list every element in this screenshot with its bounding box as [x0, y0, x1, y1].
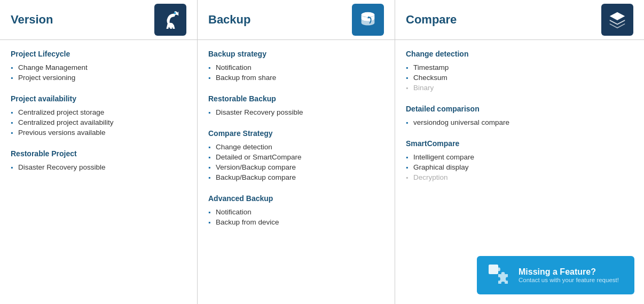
- list-item: Notification: [208, 62, 384, 73]
- svg-marker-5: [610, 20, 625, 25]
- section: SmartCompareIntelligent compareGraphical…: [406, 139, 633, 182]
- section-list: NotificationBackup from device: [208, 207, 384, 227]
- missing-feature-title: Missing a Feature?: [519, 267, 619, 277]
- list-item: Disaster Recovery possible: [11, 162, 186, 172]
- list-item: Timestamp: [406, 62, 633, 73]
- backup-svg-icon: [358, 10, 378, 30]
- section: Advanced BackupNotificationBackup from d…: [208, 194, 384, 227]
- section: Backup strategyNotificationBackup from s…: [208, 50, 384, 83]
- list-item: Change Management: [11, 62, 186, 73]
- section-title: Advanced Backup: [208, 194, 384, 203]
- list-item: Previous versions available: [11, 127, 186, 138]
- svg-point-1: [174, 12, 176, 14]
- version-content: Project LifecycleChange ManagementProjec…: [0, 40, 198, 304]
- svg-marker-4: [610, 12, 625, 20]
- section-list: Disaster Recovery possible: [11, 162, 186, 172]
- compare-title: Compare: [406, 13, 457, 27]
- version-svg-icon: [160, 10, 180, 30]
- section-title: SmartCompare: [406, 139, 633, 148]
- section-title: Detailed comparison: [406, 105, 633, 113]
- header-compare: Compare: [395, 0, 644, 39]
- backup-icon: [352, 4, 384, 36]
- section-title: Project availability: [11, 94, 186, 103]
- list-item: Intelligent compare: [406, 152, 633, 162]
- section: Change detectionTimestampChecksumBinary: [406, 50, 633, 93]
- svg-rect-7: [489, 265, 498, 274]
- list-item: Notification: [208, 207, 384, 217]
- list-item: Graphical display: [406, 162, 633, 172]
- list-item: Detailed or SmartCompare: [208, 152, 384, 162]
- section-list: Change ManagementProject versioning: [11, 62, 186, 83]
- svg-point-2: [362, 12, 375, 18]
- missing-feature-subtitle: Contact us with your feature request!: [519, 277, 619, 283]
- compare-svg-icon: [607, 10, 627, 30]
- list-item: Decryption: [406, 172, 633, 182]
- section-list: Centralized project storageCentralized p…: [11, 107, 186, 138]
- section-list: versiondog universal compare: [406, 117, 633, 127]
- section-list: Intelligent compareGraphical displayDecr…: [406, 152, 633, 182]
- section-title: Project Lifecycle: [11, 50, 186, 58]
- list-item: Binary: [406, 83, 633, 93]
- list-item: Checksum: [406, 73, 633, 83]
- version-title: Version: [11, 13, 53, 27]
- list-item: Centralized project availability: [11, 117, 186, 127]
- backup-content: Backup strategyNotificationBackup from s…: [198, 40, 395, 304]
- list-item: Centralized project storage: [11, 107, 186, 117]
- content-row: Project LifecycleChange ManagementProjec…: [0, 40, 644, 304]
- list-item: Version/Backup compare: [208, 162, 384, 172]
- section-title: Restorable Project: [11, 149, 186, 158]
- list-item: Backup from share: [208, 73, 384, 83]
- section-title: Restorable Backup: [208, 94, 384, 103]
- version-icon: [154, 4, 186, 36]
- header-version: Version: [0, 0, 198, 39]
- section: Detailed comparisonversiondog universal …: [406, 105, 633, 127]
- section: Compare StrategyChange detectionDetailed…: [208, 129, 384, 182]
- section: Restorable BackupDisaster Recovery possi…: [208, 94, 384, 117]
- section: Project availabilityCentralized project …: [11, 94, 186, 138]
- compare-icon: [601, 4, 633, 36]
- missing-feature-banner[interactable]: Missing a Feature? Contact us with your …: [477, 256, 634, 294]
- header-backup: Backup: [198, 0, 395, 39]
- page-container: Version Backup: [0, 0, 644, 304]
- compare-content: Change detectionTimestampChecksumBinaryD…: [395, 40, 644, 304]
- section-list: TimestampChecksumBinary: [406, 62, 633, 93]
- list-item: Change detection: [208, 142, 384, 152]
- list-item: Disaster Recovery possible: [208, 107, 384, 117]
- list-item: Project versioning: [11, 73, 186, 83]
- section-list: Disaster Recovery possible: [208, 107, 384, 117]
- list-item: versiondog universal compare: [406, 117, 633, 127]
- puzzle-icon: [486, 262, 512, 288]
- section: Restorable ProjectDisaster Recovery poss…: [11, 149, 186, 172]
- list-item: Backup/Backup compare: [208, 172, 384, 182]
- backup-title: Backup: [208, 13, 250, 27]
- missing-feature-text: Missing a Feature? Contact us with your …: [519, 267, 619, 283]
- list-item: Backup from device: [208, 217, 384, 227]
- section-title: Compare Strategy: [208, 129, 384, 138]
- header-row: Version Backup: [0, 0, 644, 40]
- section-list: NotificationBackup from share: [208, 62, 384, 83]
- section-list: Change detectionDetailed or SmartCompare…: [208, 142, 384, 182]
- section-title: Change detection: [406, 50, 633, 58]
- section: Project LifecycleChange ManagementProjec…: [11, 50, 186, 83]
- section-title: Backup strategy: [208, 50, 384, 58]
